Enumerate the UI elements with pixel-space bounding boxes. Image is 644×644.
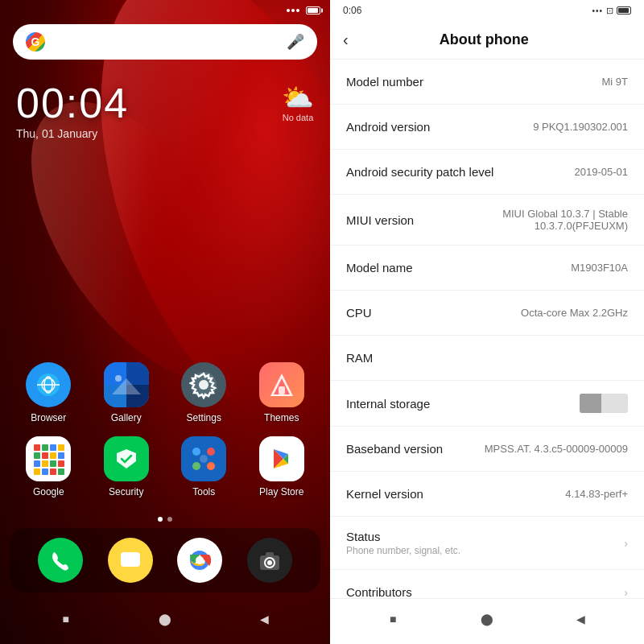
status-chevron: › — [624, 537, 628, 550]
svg-rect-21 — [34, 452, 40, 459]
left-status-bar — [0, 0, 330, 18]
app-playstore[interactable]: Play Store — [250, 436, 315, 497]
model-name-label: Model name — [346, 261, 413, 275]
svg-rect-22 — [42, 452, 48, 459]
about-phone-panel: 0:06 ••• ⊡ ‹ About phone Model number Mi… — [330, 0, 644, 644]
wifi-icon: ⊡ — [606, 6, 613, 16]
mic-icon[interactable]: 🎤 — [287, 33, 304, 51]
app-grid: Browser Gallery — [0, 314, 330, 510]
page-dot-2 — [167, 517, 172, 522]
dock-chrome[interactable] — [177, 538, 222, 583]
right-status-bar: 0:06 ••• ⊡ — [330, 0, 644, 21]
svg-point-39 — [207, 462, 215, 470]
svg-rect-24 — [58, 452, 64, 459]
browser-label: Browser — [31, 412, 66, 423]
right-home-button[interactable]: ⬤ — [475, 607, 499, 631]
settings-label: Settings — [187, 412, 221, 423]
right-back-button[interactable]: ◀ — [569, 607, 593, 631]
app-gallery[interactable]: Gallery — [94, 362, 159, 423]
settings-row-model-number: Model number Mi 9T — [330, 60, 644, 105]
svg-rect-30 — [42, 469, 48, 475]
recents-button[interactable]: ■ — [54, 607, 78, 631]
home-button[interactable]: ⬤ — [153, 607, 177, 631]
battery-icon — [306, 6, 320, 14]
kernel-label: Kernel version — [346, 487, 423, 501]
gallery-label: Gallery — [111, 412, 142, 423]
miui-version-value: MIUI Global 10.3.7 | Stable 10.3.7.0(PFJ… — [473, 208, 629, 232]
back-button[interactable]: ‹ — [343, 31, 349, 49]
svg-point-38 — [192, 462, 200, 470]
weather-widget: ⛅ No data — [282, 82, 314, 122]
dock-camera[interactable] — [247, 538, 292, 583]
status-left: Status Phone number, signal, etc. — [346, 530, 460, 556]
svg-rect-46 — [121, 552, 140, 567]
svg-rect-31 — [50, 469, 56, 475]
storage-fill — [580, 394, 601, 413]
svg-rect-27 — [50, 460, 56, 467]
google-icon — [26, 436, 71, 481]
app-google[interactable]: Google — [16, 436, 81, 497]
svg-rect-15 — [279, 386, 285, 394]
weather-icon: ⛅ — [282, 82, 314, 113]
settings-row-baseband: Baseband version MPSS.AT. 4.3.c5-00009-0… — [330, 427, 644, 472]
baseband-value: MPSS.AT. 4.3.c5-00009-00009 — [485, 443, 628, 455]
svg-rect-19 — [50, 444, 56, 451]
svg-rect-20 — [58, 444, 64, 451]
back-button[interactable]: ◀ — [252, 607, 276, 631]
tools-label: Tools — [192, 486, 215, 497]
storage-bar — [580, 394, 628, 413]
tools-icon — [181, 436, 226, 481]
svg-point-12 — [199, 380, 208, 390]
settings-row-ram: RAM — [330, 336, 644, 381]
themes-label: Themes — [264, 412, 299, 423]
weather-text: No data — [282, 113, 314, 122]
themes-icon — [259, 362, 304, 407]
right-battery-icon — [617, 6, 631, 14]
svg-point-36 — [192, 448, 200, 456]
app-security[interactable]: Security — [94, 436, 159, 497]
miui-version-label: MIUI version — [346, 213, 414, 227]
playstore-icon — [259, 436, 304, 481]
right-status-icons: ••• ⊡ — [592, 6, 631, 16]
clock-widget: 00:04 Thu, 01 January ⛅ No data — [0, 66, 330, 148]
app-themes[interactable]: Themes — [250, 362, 315, 423]
settings-row-model-name: Model name M1903F10A — [330, 246, 644, 291]
app-settings[interactable]: Settings — [171, 362, 237, 423]
security-label: Security — [109, 486, 143, 497]
clock-date: Thu, 01 January — [16, 127, 129, 140]
svg-rect-29 — [34, 469, 40, 475]
storage-bar-container — [580, 394, 628, 413]
svg-rect-25 — [34, 460, 40, 467]
page-dots — [0, 510, 330, 528]
browser-icon — [26, 362, 71, 407]
svg-rect-5 — [104, 362, 126, 385]
cpu-label: CPU — [346, 306, 372, 320]
model-number-label: Model number — [346, 75, 423, 89]
status-sub: Phone number, signal, etc. — [346, 545, 460, 556]
settings-row-contributors[interactable]: Contributors › — [330, 570, 644, 598]
left-nav-bar: ■ ⬤ ◀ — [0, 599, 330, 644]
settings-row-storage: Internal storage — [330, 381, 644, 427]
svg-rect-6 — [126, 362, 149, 385]
svg-rect-18 — [42, 444, 48, 451]
cpu-value: Octa-core Max 2.2GHz — [521, 307, 628, 319]
status-label: Status — [346, 530, 460, 543]
right-recents-button[interactable]: ■ — [381, 607, 405, 631]
storage-label: Internal storage — [346, 397, 430, 411]
dock-messages[interactable] — [108, 538, 153, 583]
settings-icon — [181, 362, 226, 407]
home-screen: G 🎤 00:04 Thu, 01 January ⛅ No data — [0, 0, 330, 644]
about-phone-header: ‹ About phone — [330, 21, 644, 60]
contributors-chevron: › — [624, 586, 628, 599]
search-bar[interactable]: G 🎤 — [13, 24, 317, 60]
settings-row-status[interactable]: Status Phone number, signal, etc. › — [330, 517, 644, 570]
settings-row-security-patch: Android security patch level 2019-05-01 — [330, 150, 644, 195]
dock-phone[interactable] — [38, 538, 83, 583]
status-icons — [306, 6, 320, 14]
app-browser[interactable]: Browser — [16, 362, 81, 423]
settings-row-android-version: Android version 9 PKQ1.190302.001 — [330, 105, 644, 150]
app-tools[interactable]: Tools — [171, 436, 237, 497]
signal-dots — [287, 9, 299, 12]
settings-row-kernel: Kernel version 4.14.83-perf+ — [330, 472, 644, 517]
svg-point-50 — [196, 556, 204, 564]
